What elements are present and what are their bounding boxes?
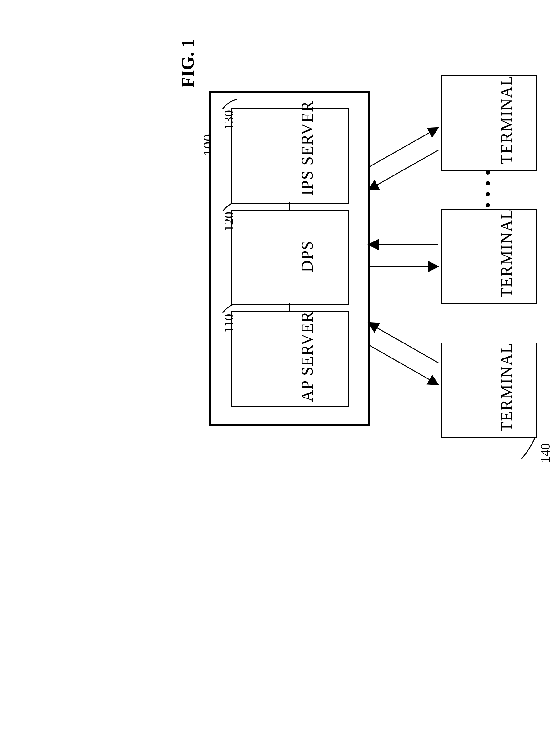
terminal-label-2: TERMINAL: [497, 209, 516, 298]
connector-dps-ips: [289, 202, 290, 209]
ref-ap-server: 110: [221, 314, 236, 333]
terminal-label-3: TERMINAL: [497, 75, 516, 164]
dps-box: [231, 209, 349, 305]
terminal-box-1: [441, 342, 537, 438]
ellipsis-dot: [486, 181, 490, 185]
ref-dps: 120: [221, 212, 236, 231]
ref-ips-server: 130: [221, 110, 236, 130]
svg-line-1: [368, 323, 438, 363]
figure-title: FIG. 1: [178, 39, 198, 88]
dps-label: DPS: [298, 240, 316, 272]
terminal-label-1: TERMINAL: [497, 342, 516, 432]
ref-terminal: 140: [538, 443, 553, 463]
ips-server-label: IPS SERVER: [298, 101, 316, 195]
page: FIG. 1 100 AP SERVER 110 DPS 120 IPS SER…: [0, 0, 560, 731]
ips-server-box: [231, 108, 349, 204]
terminal-box-2: [441, 209, 537, 304]
ellipsis-dot: [486, 170, 490, 174]
ellipsis-dot: [486, 203, 490, 207]
ellipsis-dot: [486, 192, 490, 196]
ap-server-box: [231, 311, 349, 407]
svg-line-4: [368, 128, 438, 167]
terminal-box-3: [441, 75, 537, 171]
connector-ap-dps: [289, 303, 290, 311]
svg-line-5: [368, 150, 438, 190]
ap-server-label: AP SERVER: [298, 311, 316, 402]
svg-line-0: [368, 345, 438, 385]
